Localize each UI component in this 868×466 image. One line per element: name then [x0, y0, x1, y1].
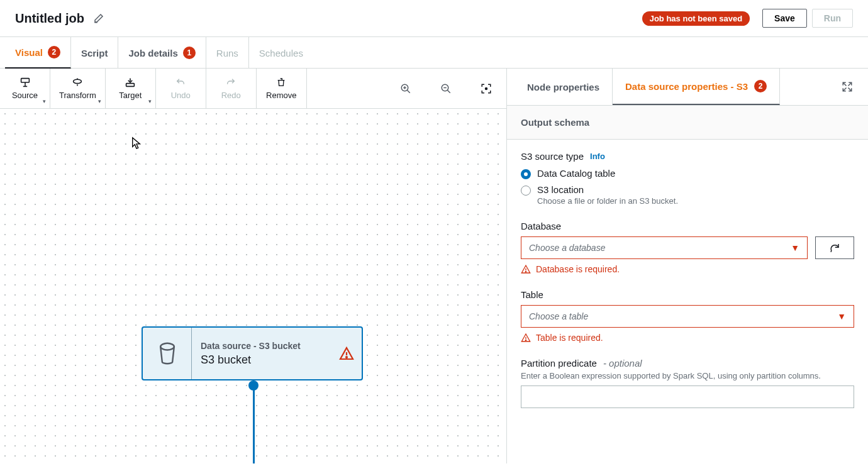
tool-target[interactable]: Target — [106, 69, 156, 108]
tab-job-details[interactable]: Job details 1 — [118, 37, 206, 69]
source-icon — [19, 77, 31, 88]
tab-visual[interactable]: Visual 2 — [5, 37, 71, 69]
partition-input[interactable] — [521, 386, 854, 408]
node-title-label: S3 bucket — [201, 353, 323, 367]
info-link[interactable]: Info — [590, 152, 605, 161]
tool-undo[interactable]: Undo — [156, 69, 206, 108]
database-group: Database Choose a database ▼ Database is… — [521, 221, 854, 274]
table-error: Table is required. — [521, 333, 854, 343]
tool-undo-label: Undo — [171, 91, 191, 100]
radio-s3-location[interactable]: S3 location Choose a file or folder in a… — [521, 184, 854, 206]
node-type-label: Data source - S3 bucket — [201, 341, 323, 351]
tab-runs[interactable]: Runs — [206, 37, 249, 69]
tool-target-label: Target — [119, 91, 142, 100]
svg-point-8 — [525, 340, 526, 340]
partition-label-main: Partition predicate — [521, 358, 597, 369]
node-error-icon — [331, 328, 362, 379]
canvas-toolbar: Source Transform Target Undo — [0, 69, 506, 109]
panel-tab-node-properties[interactable]: Node properties — [515, 69, 613, 105]
tool-redo-label: Redo — [221, 91, 241, 100]
tool-source[interactable]: Source — [0, 69, 50, 108]
tab-schedules-label: Schedules — [259, 48, 303, 58]
page-title: Untitled job — [15, 11, 84, 26]
workspace: Source Transform Target Undo — [0, 69, 868, 463]
canvas[interactable]: Data source - S3 bucket S3 bucket — [0, 109, 506, 463]
cursor-icon — [131, 136, 142, 150]
redo-icon — [225, 77, 236, 88]
s3-source-type-label: S3 source type — [521, 151, 584, 162]
main-tabs: Visual 2 Script Job details 1 Runs Sched… — [0, 37, 868, 69]
caret-down-icon: ▼ — [837, 311, 846, 321]
table-select[interactable]: Choose a table ▼ — [521, 305, 854, 328]
zoom-in-button[interactable] — [386, 83, 426, 94]
edge — [253, 386, 255, 463]
svg-point-5 — [486, 87, 487, 89]
panel-tab-node-properties-label: Node properties — [527, 82, 599, 92]
tool-redo[interactable]: Redo — [206, 69, 257, 108]
refresh-database-button[interactable] — [815, 236, 854, 259]
tab-script[interactable]: Script — [71, 37, 119, 69]
partition-label-optional: - optional — [603, 358, 642, 369]
transform-icon — [71, 77, 84, 88]
node-body: Data source - S3 bucket S3 bucket — [192, 328, 331, 379]
table-group: Table Choose a table ▼ Table is required… — [521, 289, 854, 343]
save-button[interactable]: Save — [762, 9, 807, 28]
panel-tab-ds-badge: 2 — [754, 80, 767, 92]
partition-group: Partition predicate - optional Enter a B… — [521, 358, 854, 408]
canvas-side: Source Transform Target Undo — [0, 69, 506, 463]
svg-point-7 — [525, 271, 526, 272]
page-title-group: Untitled job — [15, 11, 104, 26]
table-placeholder: Choose a table — [529, 311, 588, 321]
s3-source-type-group: S3 source type Info Data Catalog table S… — [521, 151, 854, 206]
database-placeholder: Choose a database — [529, 243, 605, 253]
tab-job-details-badge: 1 — [183, 47, 196, 59]
trash-icon — [276, 77, 286, 88]
tab-visual-label: Visual — [15, 47, 43, 58]
radio-catalog-label: Data Catalog table — [537, 168, 615, 179]
target-icon — [124, 77, 136, 88]
panel-body: S3 source type Info Data Catalog table S… — [507, 140, 868, 419]
zoom-out-button[interactable] — [426, 83, 466, 94]
node-output-port[interactable] — [248, 380, 259, 391]
panel-tab-ds-properties[interactable]: Data source properties - S3 2 — [613, 69, 780, 105]
table-error-text: Table is required. — [536, 333, 603, 343]
panel-tab-ds-properties-label: Data source properties - S3 — [625, 81, 748, 92]
expand-panel-button[interactable] — [834, 74, 860, 100]
tab-script-label: Script — [81, 48, 108, 58]
header: Untitled job Job has not been saved Save… — [0, 0, 868, 37]
radio-location-help: Choose a file or folder in an S3 bucket. — [537, 196, 678, 206]
tool-transform-label: Transform — [59, 91, 96, 100]
svg-point-6 — [346, 357, 347, 358]
undo-icon — [175, 77, 186, 88]
node-s3-bucket[interactable]: Data source - S3 bucket S3 bucket — [142, 326, 363, 380]
database-label: Database — [521, 221, 854, 231]
radio-location-label: S3 location — [537, 184, 678, 195]
table-label: Table — [521, 289, 854, 300]
svg-rect-2 — [126, 84, 135, 87]
svg-rect-0 — [21, 79, 29, 82]
database-select[interactable]: Choose a database ▼ — [521, 236, 808, 259]
radio-data-catalog-table[interactable]: Data Catalog table — [521, 168, 854, 179]
edit-title-icon[interactable] — [93, 13, 104, 24]
radio-icon-unchecked — [521, 186, 531, 196]
tab-runs-label: Runs — [216, 48, 238, 58]
partition-help: Enter a Boolean expression supported by … — [521, 371, 854, 380]
tool-remove-label: Remove — [266, 91, 296, 100]
properties-panel: Node properties Data source properties -… — [506, 69, 868, 463]
job-status-pill: Job has not been saved — [642, 11, 750, 26]
tool-transform[interactable]: Transform — [50, 69, 106, 108]
tab-visual-badge: 2 — [48, 46, 60, 58]
tab-job-details-label: Job details — [128, 48, 177, 58]
panel-tabs: Node properties Data source properties -… — [515, 69, 834, 105]
database-error-text: Database is required. — [536, 264, 620, 274]
run-button: Run — [812, 9, 853, 28]
output-schema-header[interactable]: Output schema — [507, 105, 868, 140]
tab-schedules[interactable]: Schedules — [249, 37, 313, 69]
caret-down-icon: ▼ — [791, 243, 799, 253]
radio-icon-checked — [521, 169, 531, 179]
database-error: Database is required. — [521, 264, 854, 274]
tool-source-label: Source — [12, 91, 38, 100]
fit-screen-button[interactable] — [466, 83, 506, 94]
tool-remove[interactable]: Remove — [257, 69, 307, 108]
svg-point-1 — [74, 79, 82, 83]
